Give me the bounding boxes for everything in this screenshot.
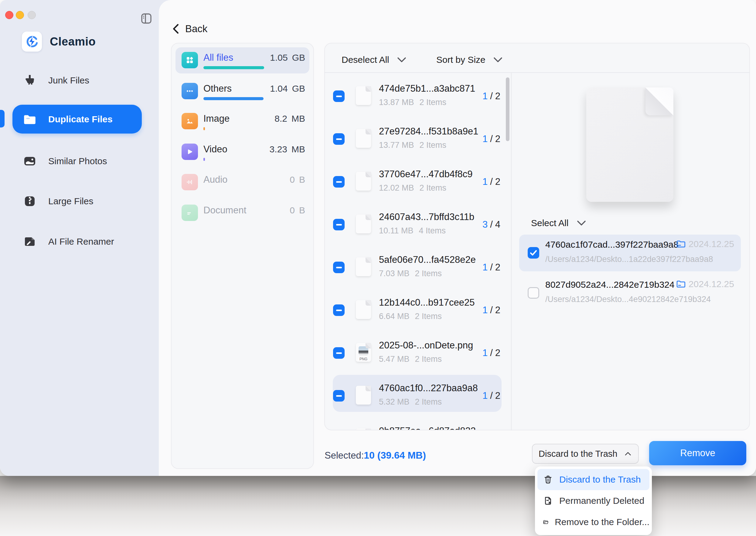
sidebar-item-junk-files[interactable]: Junk Files: [13, 66, 142, 95]
group-count: 3/4: [482, 203, 500, 246]
group-row[interactable]: 0b8757ea...6d87ad832: [324, 417, 511, 430]
category-usage-bar: [203, 158, 205, 161]
app-window: Cleamio Junk Files Dup: [0, 0, 756, 476]
category-usage-bar: [203, 97, 263, 100]
zoom-button[interactable]: [28, 11, 36, 19]
category-audio[interactable]: Audio 0B: [176, 169, 309, 195]
group-row[interactable]: 12b144c0...b917cee25 6.64 MB2 Items 1/2: [324, 289, 511, 331]
group-row[interactable]: 474de75b1...a3abc871 13.87 MB2 Items 1/2: [324, 75, 511, 117]
scrollbar[interactable]: [506, 77, 509, 141]
sidebar-item-duplicate-files[interactable]: Duplicate Files: [13, 105, 142, 134]
file-icon: [356, 257, 371, 276]
group-name: 27e97284...f531b8a9e1: [379, 126, 478, 137]
deselect-checkbox[interactable]: [333, 219, 345, 230]
menu-item-remove-to-folder[interactable]: Remove to the Folder...: [537, 512, 649, 533]
group-meta: 13.77 MB2 Items: [379, 141, 446, 150]
group-count: 1/2: [482, 331, 500, 374]
file-icon: [356, 300, 371, 319]
chevron-down-icon: [493, 57, 502, 62]
folder-open-icon: [543, 517, 549, 527]
category-usage-bar: [203, 127, 205, 130]
deselect-checkbox[interactable]: [333, 90, 345, 102]
chevron-down-icon: [397, 57, 406, 62]
category-label: Image: [203, 113, 229, 125]
category-size: 0B: [290, 174, 305, 186]
deselect-checkbox[interactable]: [333, 304, 345, 316]
active-item-notch: [0, 110, 5, 127]
file-icon: [356, 386, 371, 405]
group-row-selected[interactable]: 4760ac1f0...227baa9a8 5.32 MB2 Items 1/2: [324, 374, 511, 417]
file-preview: [586, 87, 673, 202]
deselect-checkbox[interactable]: [333, 133, 345, 145]
folder-icon: [676, 280, 686, 289]
group-row[interactable]: 5afe06e70...fa4528e2e 7.03 MB2 Items 1/2: [324, 246, 511, 289]
select-all-label: Select All: [531, 218, 568, 228]
category-size: 0B: [290, 204, 305, 217]
group-count: 1/2: [482, 160, 500, 203]
back-button[interactable]: Back: [172, 23, 207, 35]
file-x-icon: [543, 496, 553, 506]
image-icon: [182, 113, 198, 129]
deselect-checkbox[interactable]: [333, 390, 345, 402]
menu-item-discard-to-trash[interactable]: Discard to the Trash: [537, 469, 649, 490]
deselect-checkbox[interactable]: [333, 176, 345, 187]
sidebar-item-label: Junk Files: [48, 75, 89, 85]
brand: Cleamio: [22, 32, 96, 51]
sidebar-toggle-icon[interactable]: [141, 12, 152, 25]
deselect-all-dropdown[interactable]: Deselect All: [342, 53, 406, 66]
duplicate-file-row[interactable]: 8027d9052a24...2842e719b324 2024.12.25 /…: [519, 275, 741, 312]
category-others[interactable]: Others 1.04GB: [176, 78, 309, 104]
selection-summary: Selected: 10 (39.64 MB): [325, 450, 426, 461]
sidebar-item-similar-photos[interactable]: Similar Photos: [13, 147, 142, 176]
deselect-all-label: Deselect All: [342, 55, 389, 65]
group-meta: 7.03 MB2 Items: [379, 269, 442, 278]
remove-button[interactable]: Remove: [649, 441, 746, 465]
category-image[interactable]: Image 8.2MB: [176, 108, 309, 134]
group-meta: 5.32 MB2 Items: [379, 397, 442, 407]
archive-icon: [21, 193, 38, 210]
deselect-checkbox[interactable]: [333, 262, 345, 273]
group-count: 1/2: [482, 289, 500, 331]
file-date: 2024.12.25: [676, 279, 734, 289]
removal-method-select[interactable]: Discard to the Trash: [532, 444, 639, 464]
group-row[interactable]: 27e97284...f531b8a9e1 13.77 MB2 Items 1/…: [324, 117, 511, 160]
sidebar-item-large-files[interactable]: Large Files: [13, 187, 142, 216]
back-label: Back: [185, 23, 207, 35]
sort-by-dropdown[interactable]: Sort by Size: [436, 53, 502, 66]
category-size: 1.04GB: [270, 83, 305, 95]
category-video[interactable]: Video 3.23MB: [176, 139, 309, 165]
group-row[interactable]: 37706e47...47db4f8c9 12.02 MB2 Items 1/2: [324, 160, 511, 203]
category-document[interactable]: Document 0B: [176, 200, 309, 226]
app-name: Cleamio: [50, 35, 96, 48]
sidebar-item-ai-file-renamer[interactable]: AI File Renamer: [13, 227, 142, 256]
page-fold: [645, 87, 673, 115]
folder-icon: [676, 240, 686, 249]
deselect-checkbox[interactable]: [333, 347, 345, 359]
category-all-files[interactable]: All files 1.05GB: [176, 47, 309, 74]
close-button[interactable]: [5, 11, 13, 19]
group-row[interactable]: 24607a43...7bffd3c11b 10.11 MB4 Items 3/…: [324, 203, 511, 246]
duplicate-groups-list: 474de75b1...a3abc871 13.87 MB2 Items 1/2…: [324, 73, 511, 430]
category-size: 3.23MB: [270, 143, 305, 155]
group-row[interactable]: PNG 2025-08-...onDete.png 5.47 MB2 Items…: [324, 331, 511, 374]
group-meta: 13.87 MB2 Items: [379, 98, 446, 107]
screen: Cleamio Junk Files Dup: [0, 0, 756, 536]
file-checkbox-checked[interactable]: [528, 247, 539, 258]
all-files-icon: [182, 52, 198, 68]
group-meta: 12.02 MB2 Items: [379, 183, 446, 193]
group-name: 0b8757ea...6d87ad832: [379, 425, 476, 430]
file-name: 4760ac1f07cad...397f227baa9a8: [545, 240, 678, 250]
select-all-dropdown[interactable]: Select All: [531, 218, 586, 228]
menu-item-permanently-deleted[interactable]: Permanently Deleted: [537, 490, 649, 512]
duplicate-file-row[interactable]: 4760ac1f07cad...397f227baa9a8 2024.12.25…: [519, 235, 741, 271]
audio-icon: [182, 174, 198, 190]
removal-method-label: Discard to the Trash: [539, 449, 618, 459]
category-label: Document: [203, 204, 246, 217]
chevron-left-icon: [172, 24, 180, 34]
file-checkbox-unchecked[interactable]: [528, 287, 539, 299]
removal-method-menu: Discard to the Trash Permanently Deleted…: [535, 466, 652, 535]
png-thumbnail: [359, 346, 368, 355]
file-path: /Users/a1234/Deskto...1a22de397f227baa9a…: [545, 255, 713, 264]
minimize-button[interactable]: [16, 11, 24, 19]
group-meta: 6.64 MB2 Items: [379, 312, 442, 321]
